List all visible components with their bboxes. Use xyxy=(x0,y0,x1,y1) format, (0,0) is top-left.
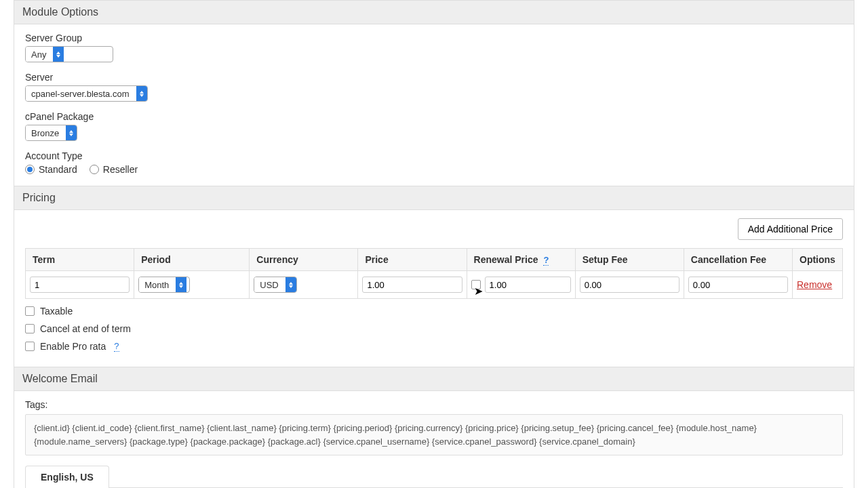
cancel-end-term-checkbox[interactable] xyxy=(25,324,35,333)
taxable-label: Taxable xyxy=(40,306,73,317)
taxable-checkbox[interactable] xyxy=(25,306,35,316)
th-currency: Currency xyxy=(250,249,358,271)
term-input[interactable] xyxy=(30,277,130,293)
server-group-value: Any xyxy=(26,47,53,62)
remove-link[interactable]: Remove xyxy=(797,279,832,290)
currency-value: USD xyxy=(254,277,285,292)
th-renewal-price: Renewal Price ? xyxy=(467,249,575,271)
server-label: Server xyxy=(25,72,843,83)
cpanel-package-select[interactable]: Bronze xyxy=(25,125,77,141)
account-type-reseller-label: Reseller xyxy=(103,164,138,175)
enable-pro-rata-label: Enable Pro rata xyxy=(40,341,106,352)
currency-select[interactable]: USD xyxy=(254,277,296,293)
account-type-label: Account Type xyxy=(25,150,843,161)
period-select[interactable]: Month xyxy=(138,277,190,293)
chevron-updown-icon xyxy=(136,86,147,101)
chevron-updown-icon xyxy=(53,47,64,62)
server-select[interactable]: cpanel-server.blesta.com xyxy=(25,85,148,102)
pricing-table: Term Period Currency Price Renewal Price… xyxy=(25,248,843,299)
module-options-heading: Module Options xyxy=(14,0,854,24)
period-value: Month xyxy=(139,277,176,292)
add-additional-price-button[interactable]: Add Additional Price xyxy=(738,218,843,240)
th-renewal-price-label: Renewal Price xyxy=(474,254,538,265)
account-type-standard-label: Standard xyxy=(39,164,77,175)
th-cancellation-fee: Cancellation Fee xyxy=(684,249,792,271)
server-group-select[interactable]: Any xyxy=(25,46,113,62)
cpanel-package-label: cPanel Package xyxy=(25,111,843,122)
chevron-updown-icon xyxy=(285,277,296,292)
server-value: cpanel-server.blesta.com xyxy=(26,86,136,101)
price-input[interactable] xyxy=(362,277,462,293)
cancellation-fee-input[interactable] xyxy=(688,277,788,293)
renewal-price-input[interactable] xyxy=(485,277,571,293)
th-period: Period xyxy=(134,249,250,271)
help-icon[interactable]: ? xyxy=(114,341,119,352)
enable-pro-rata-checkbox[interactable] xyxy=(25,342,35,351)
tags-label: Tags: xyxy=(25,399,843,410)
th-options: Options xyxy=(793,249,843,271)
chevron-updown-icon xyxy=(176,277,186,292)
cpanel-package-value: Bronze xyxy=(26,125,66,140)
renewal-enable-checkbox[interactable] xyxy=(471,280,481,289)
server-group-label: Server Group xyxy=(25,33,843,43)
welcome-email-heading: Welcome Email xyxy=(14,367,854,391)
th-price: Price xyxy=(358,249,467,271)
chevron-updown-icon xyxy=(66,125,77,140)
tab-language[interactable]: English, US xyxy=(25,466,109,488)
cancel-end-term-label: Cancel at end of term xyxy=(40,323,131,334)
account-type-reseller-radio[interactable] xyxy=(90,165,99,174)
help-icon[interactable]: ? xyxy=(543,255,549,266)
th-setup-fee: Setup Fee xyxy=(575,249,684,271)
account-type-standard-radio[interactable] xyxy=(25,165,35,174)
pricing-heading: Pricing xyxy=(14,186,854,210)
setup-fee-input[interactable] xyxy=(580,277,679,293)
th-term: Term xyxy=(26,249,134,271)
tags-content: {client.id} {client.id_code} {client.fir… xyxy=(25,414,843,455)
table-row: Month USD xyxy=(26,271,843,299)
